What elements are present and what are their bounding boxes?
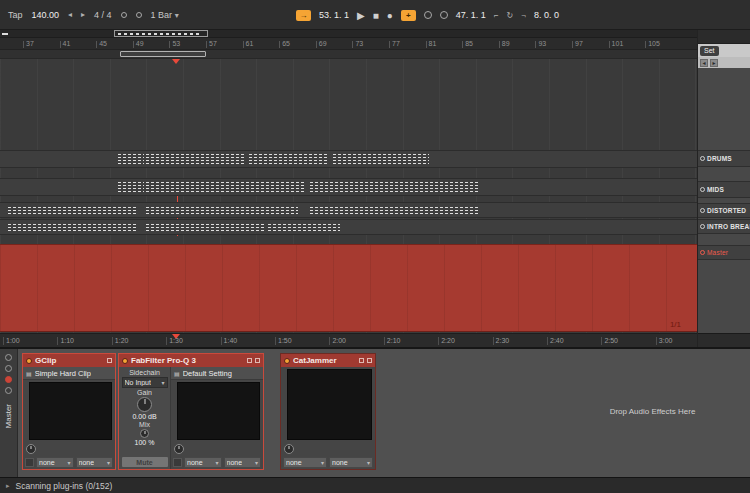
session-record-button[interactable] <box>424 11 432 19</box>
routing-select[interactable]: none▾ <box>283 457 327 468</box>
punch-in-icon[interactable]: ⌐ <box>494 11 499 20</box>
device-catjammer[interactable]: CatJammer none▾ none▾ <box>280 353 376 470</box>
device-activator-icon[interactable] <box>26 358 32 364</box>
mixer-toggle-icon[interactable] <box>5 387 12 394</box>
time-signature-field[interactable]: 4 / 4 <box>94 10 112 20</box>
overdub-button[interactable]: + <box>401 10 416 21</box>
plugin-knob[interactable] <box>174 444 184 454</box>
routing-select[interactable]: none▾ <box>184 457 222 468</box>
preset-row[interactable]: ▤ Default Setting <box>171 367 263 380</box>
track-header-master[interactable]: Master <box>698 245 750 260</box>
quantization-menu[interactable]: 1 Bar ▾ <box>151 10 179 20</box>
mix-value[interactable]: 100 % <box>135 439 155 446</box>
midi-clip[interactable] <box>333 154 429 164</box>
track-header-drums[interactable]: DRUMS <box>698 150 750 167</box>
io-toggle-icon[interactable] <box>5 354 12 361</box>
track-lane-drums[interactable] <box>0 150 697 168</box>
track-header-distorted[interactable]: DISTORTED <box>698 203 750 218</box>
device-title-bar[interactable]: FabFilter Pro-Q 3 <box>119 354 263 367</box>
track-lane-mids[interactable] <box>0 178 697 196</box>
cue-icon[interactable] <box>136 12 142 18</box>
play-button[interactable]: ▶ <box>357 10 365 21</box>
set-locator-button[interactable]: Set <box>700 46 719 56</box>
midi-clip[interactable] <box>118 154 144 164</box>
record-button[interactable]: ● <box>387 10 393 21</box>
loop-length-display[interactable]: 8. 0. 0 <box>534 10 559 20</box>
metronome-icon[interactable] <box>121 12 127 18</box>
device-panel-sidebar: Master <box>0 349 18 477</box>
mix-knob[interactable] <box>140 429 149 438</box>
track-lane-master[interactable]: 1/1 <box>0 244 697 332</box>
gain-value[interactable]: 0.00 dB <box>132 413 156 420</box>
device-activator-icon[interactable] <box>122 358 128 364</box>
midi-clip[interactable] <box>146 154 246 164</box>
midi-clip[interactable] <box>118 182 144 192</box>
time-ruler[interactable]: 1:001:101:201:301:401:502:002:102:202:30… <box>0 333 697 347</box>
loop-icon[interactable]: ↻ <box>507 11 514 20</box>
loop-brace[interactable] <box>120 51 206 57</box>
sends-toggle-icon[interactable] <box>5 365 12 372</box>
headers-bottom-corner <box>698 333 750 347</box>
tap-tempo-button[interactable]: Tap <box>8 10 23 20</box>
track-fold-icon[interactable] <box>700 156 705 161</box>
device-title-bar[interactable]: GClip <box>23 354 115 367</box>
plugin-knob[interactable] <box>284 444 294 454</box>
plugin-window-icon[interactable] <box>247 358 252 363</box>
gclip-knob[interactable] <box>26 444 36 454</box>
routing-select[interactable]: none▾ <box>76 457 114 468</box>
locator-next-icon[interactable]: ▸ <box>710 59 718 67</box>
plugin-window-icon[interactable] <box>359 358 364 363</box>
midi-clip[interactable] <box>8 206 136 214</box>
midi-clip[interactable] <box>146 182 304 192</box>
track-fold-icon[interactable] <box>700 208 705 213</box>
bar-number: 93 <box>538 40 546 47</box>
track-lane-intro-break[interactable] <box>0 219 697 235</box>
midi-clip[interactable] <box>268 223 340 231</box>
routing-select[interactable]: none▾ <box>224 457 262 468</box>
device-gclip[interactable]: GClip ▤ Simple Hard Clip none▾ none▾ <box>22 353 116 470</box>
routing-select[interactable]: none▾ <box>329 457 373 468</box>
track-fold-icon[interactable] <box>700 224 705 229</box>
nudge-up-icon[interactable]: ▸ <box>81 10 85 19</box>
midi-clip[interactable] <box>249 154 329 164</box>
hot-swap-icon[interactable] <box>173 458 182 467</box>
midi-clip[interactable] <box>146 223 264 231</box>
track-headers-panel: Set ◂ ▸ DRUMS MIDS DISTORTED INTRO BREAK… <box>697 30 750 347</box>
track-header-mids[interactable]: MIDS <box>698 181 750 198</box>
punch-out-icon[interactable]: ¬ <box>521 11 526 20</box>
track-lane-distorted[interactable] <box>0 202 697 218</box>
loop-start-display[interactable]: 47. 1. 1 <box>456 10 486 20</box>
nudge-down-icon[interactable]: ◂ <box>68 10 72 19</box>
track-header-intro-break[interactable]: INTRO BREAK <box>698 219 750 234</box>
gain-knob[interactable] <box>137 397 152 412</box>
arrangement-position-display[interactable]: 53. 1. 1 <box>319 10 349 20</box>
capture-midi-button[interactable] <box>440 11 448 19</box>
midi-clip[interactable] <box>8 223 136 231</box>
tracks-canvas[interactable]: 1/1 <box>0 59 697 333</box>
preset-row[interactable]: ▤ Simple Hard Clip <box>23 367 115 380</box>
routing-select[interactable]: none▾ <box>36 457 74 468</box>
arrangement-overview[interactable] <box>0 30 697 38</box>
follow-button[interactable]: → <box>296 10 311 21</box>
status-expand-icon[interactable]: ▸ <box>6 482 10 490</box>
locator-prev-icon[interactable]: ◂ <box>700 59 708 67</box>
unfold-icon[interactable] <box>367 358 372 363</box>
bar-ruler[interactable]: 37414549535761656973778185899397101105 <box>0 38 697 50</box>
track-fold-icon[interactable] <box>700 187 705 192</box>
unfold-icon[interactable] <box>255 358 260 363</box>
hot-swap-icon[interactable] <box>25 458 34 467</box>
stop-button[interactable]: ■ <box>373 10 379 21</box>
time-label: 3:00 <box>659 337 673 344</box>
midi-clip[interactable] <box>146 206 298 214</box>
unfold-icon[interactable] <box>107 358 112 363</box>
sidechain-select[interactable]: No Input▾ <box>122 377 168 388</box>
track-fold-icon[interactable] <box>700 250 705 255</box>
tempo-field[interactable]: 140.00 <box>32 10 60 20</box>
midi-clip[interactable] <box>310 182 478 192</box>
mute-button[interactable]: Mute <box>122 457 168 467</box>
device-fabfilter-proq3[interactable]: FabFilter Pro-Q 3 Sidechain No Input▾ Ga… <box>118 353 264 470</box>
device-activator-icon[interactable] <box>284 358 290 364</box>
scrub-area[interactable] <box>0 50 697 59</box>
device-title-bar[interactable]: CatJammer <box>281 354 375 367</box>
midi-clip[interactable] <box>310 206 478 214</box>
